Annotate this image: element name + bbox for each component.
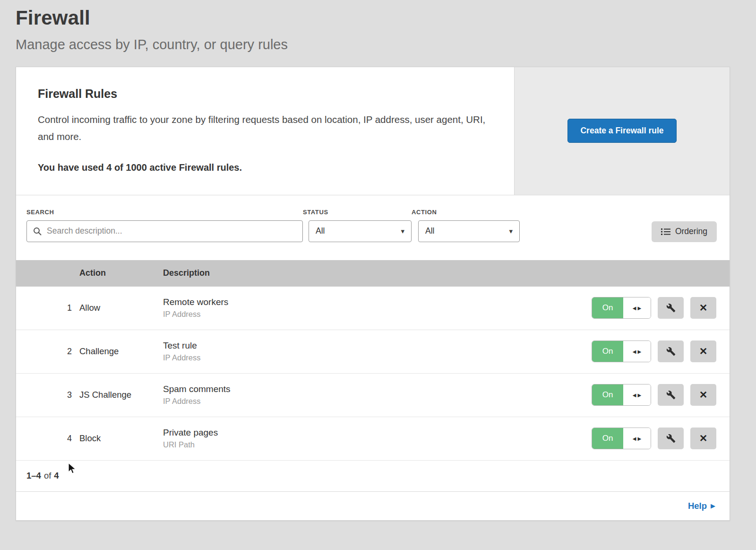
rule-description-cell: Remote workers IP Address xyxy=(163,297,592,319)
card-title: Firewall Rules xyxy=(38,87,486,101)
search-input[interactable] xyxy=(26,220,303,242)
toggle-arrows: ◀ ▶ xyxy=(623,297,651,318)
search-label: SEARCH xyxy=(26,209,303,216)
rule-number: 3 xyxy=(16,390,79,400)
rule-enabled-toggle[interactable]: On ◀ ▶ xyxy=(592,384,651,406)
rule-field-type: IP Address xyxy=(163,353,592,362)
page-header: Firewall Manage access by IP, country, o… xyxy=(0,0,756,52)
rule-controls: On ◀ ▶ ✕ xyxy=(592,297,730,319)
rule-action: Allow xyxy=(79,303,163,313)
toggle-arrows: ◀ ▶ xyxy=(623,341,651,362)
rule-enabled-toggle[interactable]: On ◀ ▶ xyxy=(592,428,651,449)
card-description: Control incoming traffic to your zone by… xyxy=(38,111,486,145)
table-header: Action Description xyxy=(16,260,730,287)
table-row: 1 Allow Remote workers IP Address On ◀ ▶… xyxy=(16,287,730,330)
create-firewall-rule-button[interactable]: Create a Firewall rule xyxy=(567,119,676,143)
rule-field-type: IP Address xyxy=(163,310,592,319)
chevron-down-icon: ▾ xyxy=(509,227,513,236)
rule-action: Block xyxy=(79,433,163,444)
firewall-panel: Firewall Rules Control incoming traffic … xyxy=(16,67,730,521)
action-filter-group: ACTION All ▾ xyxy=(412,209,520,242)
close-icon: ✕ xyxy=(699,433,708,444)
table-row: 2 Challenge Test rule IP Address On ◀ ▶ … xyxy=(16,330,730,374)
rule-number: 4 xyxy=(16,434,79,444)
arrow-left-icon: ◀ xyxy=(633,306,636,311)
help-link[interactable]: Help ▶ xyxy=(688,501,715,511)
pagination-status: 1–4 of 4 xyxy=(16,461,730,492)
rule-field-type: URI Path xyxy=(163,440,592,449)
toggle-on-label: On xyxy=(592,384,623,405)
header-action-column: Action xyxy=(79,268,163,278)
table-row: 3 JS Challenge Spam comments IP Address … xyxy=(16,374,730,417)
toggle-on-label: On xyxy=(592,341,623,362)
close-icon: ✕ xyxy=(699,389,708,401)
wrench-icon xyxy=(666,434,676,443)
status-label: STATUS xyxy=(303,209,412,216)
pagination-of: of xyxy=(44,471,51,481)
page-subtitle: Manage access by IP, country, or query r… xyxy=(16,37,740,52)
search-filter-group: SEARCH xyxy=(26,209,303,242)
chevron-down-icon: ▾ xyxy=(401,227,404,236)
toggle-on-label: On xyxy=(592,297,623,318)
status-select-value: All xyxy=(316,226,325,236)
card-usage-count: You have used 4 of 1000 active Firewall … xyxy=(38,162,486,173)
arrow-right-icon: ▶ xyxy=(638,306,642,311)
search-icon xyxy=(33,227,42,236)
delete-rule-button[interactable]: ✕ xyxy=(690,428,716,449)
rule-description: Test rule xyxy=(163,340,592,351)
delete-rule-button[interactable]: ✕ xyxy=(690,384,716,406)
delete-rule-button[interactable]: ✕ xyxy=(690,297,716,319)
edit-rule-button[interactable] xyxy=(658,297,684,319)
search-wrap xyxy=(26,220,303,242)
edit-rule-button[interactable] xyxy=(658,340,684,362)
rule-description-cell: Test rule IP Address xyxy=(163,340,592,362)
close-icon: ✕ xyxy=(699,346,708,357)
rule-enabled-toggle[interactable]: On ◀ ▶ xyxy=(592,297,651,319)
table-row: 4 Block Private pages URI Path On ◀ ▶ ✕ xyxy=(16,417,730,461)
arrow-right-icon: ▶ xyxy=(638,393,642,398)
status-filter-group: STATUS All ▾ xyxy=(303,209,412,242)
edit-rule-button[interactable] xyxy=(658,384,684,406)
arrow-right-icon: ▶ xyxy=(638,436,642,441)
rule-description: Private pages xyxy=(163,428,592,438)
page-title: Firewall xyxy=(16,7,740,29)
rule-controls: On ◀ ▶ ✕ xyxy=(592,428,730,449)
wrench-icon xyxy=(666,347,676,356)
wrench-icon xyxy=(666,390,676,400)
close-icon: ✕ xyxy=(699,302,708,314)
action-select-value: All xyxy=(425,226,434,236)
toggle-arrows: ◀ ▶ xyxy=(623,384,651,405)
delete-rule-button[interactable]: ✕ xyxy=(690,340,716,362)
ordering-button-label: Ordering xyxy=(675,227,707,236)
firewall-rules-card-main: Firewall Rules Control incoming traffic … xyxy=(16,67,514,195)
pagination-range: 1–4 xyxy=(26,471,41,481)
filters-bar: SEARCH STATUS All ▾ ACTION All ▾ xyxy=(16,195,730,260)
arrow-right-icon: ▶ xyxy=(638,349,642,354)
toggle-arrows: ◀ ▶ xyxy=(623,428,651,449)
ordering-button[interactable]: Ordering xyxy=(652,221,717,242)
wrench-icon xyxy=(666,303,676,313)
arrow-left-icon: ◀ xyxy=(633,349,636,354)
header-description-column: Description xyxy=(163,268,730,278)
help-row: Help ▶ xyxy=(16,492,730,520)
rule-number: 1 xyxy=(16,303,79,313)
pagination-total: 4 xyxy=(54,471,59,481)
rule-description-cell: Spam comments IP Address xyxy=(163,384,592,406)
rule-number: 2 xyxy=(16,347,79,357)
edit-rule-button[interactable] xyxy=(658,428,684,449)
card-side-panel: Create a Firewall rule xyxy=(514,67,730,195)
status-select[interactable]: All ▾ xyxy=(309,220,412,242)
rule-controls: On ◀ ▶ ✕ xyxy=(592,384,730,406)
rule-enabled-toggle[interactable]: On ◀ ▶ xyxy=(592,340,651,362)
rule-action: JS Challenge xyxy=(79,390,163,400)
rule-action: Challenge xyxy=(79,346,163,357)
firewall-rules-card: Firewall Rules Control incoming traffic … xyxy=(16,67,730,195)
rule-field-type: IP Address xyxy=(163,397,592,406)
help-link-label: Help xyxy=(688,501,707,511)
rule-controls: On ◀ ▶ ✕ xyxy=(592,340,730,362)
toggle-on-label: On xyxy=(592,428,623,449)
rule-description-cell: Private pages URI Path xyxy=(163,428,592,449)
arrow-left-icon: ◀ xyxy=(633,436,636,441)
action-select[interactable]: All ▾ xyxy=(418,220,520,242)
triangle-right-icon: ▶ xyxy=(711,502,715,509)
